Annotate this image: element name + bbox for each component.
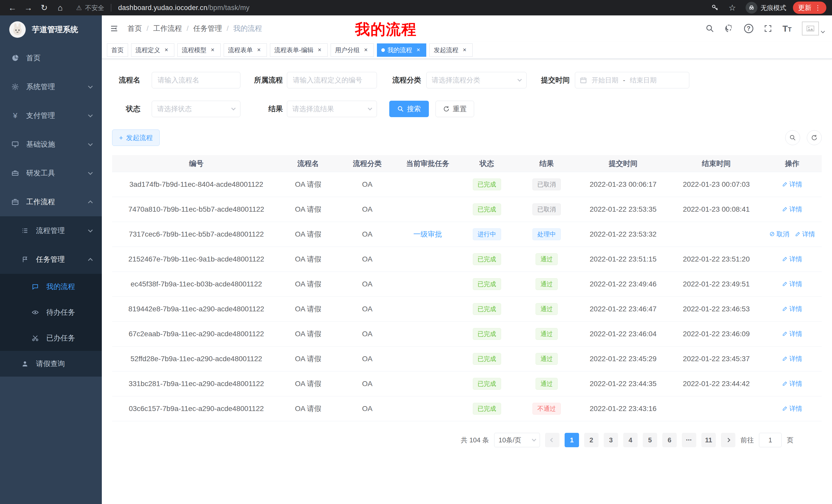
page-size-select[interactable]: 10条/页 [494, 433, 540, 447]
page-button[interactable]: 2 [584, 433, 599, 447]
reset-button[interactable]: 重置 [436, 101, 474, 117]
search-icon[interactable] [705, 24, 714, 33]
scissors-icon [30, 334, 40, 342]
sidebar-item-leave-query[interactable]: 请假查询 [0, 351, 102, 376]
sidebar-item-process-management[interactable]: 流程管理 [0, 216, 102, 245]
reload-icon[interactable]: ↻ [37, 2, 51, 13]
forward-icon[interactable]: → [22, 2, 35, 13]
avatar[interactable] [802, 22, 824, 35]
back-icon[interactable]: ← [6, 2, 19, 13]
key-icon[interactable] [711, 4, 719, 11]
breadcrumb-item[interactable]: 任务管理 [193, 24, 222, 33]
cancel-link[interactable]: 取消 [769, 230, 789, 239]
more-pages-button[interactable]: ••• [682, 433, 696, 447]
process-def-input[interactable] [287, 72, 377, 88]
page-button[interactable]: 5 [643, 433, 657, 447]
incognito-badge: 无痕模式 [746, 2, 786, 13]
tag-process-model[interactable]: 流程模型× [177, 44, 220, 57]
tag-user-group[interactable]: 用户分组× [331, 44, 374, 57]
sidebar-item-label: 请假查询 [36, 359, 65, 369]
sidebar-item-done-tasks[interactable]: 已办任务 [0, 325, 102, 351]
status-select[interactable]: 请选择状态 [152, 101, 240, 117]
detail-link[interactable]: 详情 [782, 380, 802, 388]
close-icon[interactable]: × [316, 47, 323, 54]
app-logo[interactable]: 芋道管理系统 [0, 16, 102, 44]
process-name-input[interactable] [152, 72, 240, 88]
page-button[interactable]: 4 [623, 433, 638, 447]
app-title: 芋道管理系统 [32, 24, 78, 35]
sidebar-item-devtools[interactable]: 研发工具 [0, 159, 102, 188]
result-label: 结果 [253, 104, 283, 114]
process-def-label: 所属流程 [253, 75, 283, 85]
sidebar-item-todo-tasks[interactable]: 待办任务 [0, 300, 102, 325]
address-bar[interactable]: dashboard.yudao.iocoder.cn/bpm/task/my [118, 4, 250, 12]
detail-link[interactable]: 详情 [782, 255, 802, 263]
search-button[interactable]: 搜索 [389, 101, 429, 117]
prev-page-button[interactable] [545, 433, 560, 447]
page-title-annotation: 我的流程 [355, 20, 417, 39]
result-select[interactable]: 请选择流结果 [287, 101, 377, 117]
github-icon[interactable] [725, 24, 734, 33]
tag-my-process[interactable]: 我的流程× [377, 44, 426, 57]
page-button[interactable]: 1 [565, 433, 579, 447]
detail-link[interactable]: 详情 [782, 180, 802, 189]
close-icon[interactable]: × [209, 47, 216, 54]
tag-process-form[interactable]: 流程表单× [224, 44, 267, 57]
breadcrumb-separator: / [147, 24, 149, 33]
sidebar-item-payment[interactable]: ¥ 支付管理 [0, 101, 102, 130]
detail-link[interactable]: 详情 [795, 230, 815, 239]
detail-link[interactable]: 详情 [782, 205, 802, 214]
detail-link[interactable]: 详情 [782, 280, 802, 288]
close-icon[interactable]: × [461, 47, 468, 54]
home-button-icon[interactable]: ⌂ [53, 2, 67, 13]
page-button[interactable]: 6 [662, 433, 677, 447]
end-date-placeholder: 结束日期 [630, 76, 657, 85]
result-badge: 已取消 [532, 203, 561, 215]
show-search-button[interactable] [785, 130, 800, 145]
breadcrumb-item[interactable]: 首页 [128, 24, 142, 33]
refresh-button[interactable] [807, 130, 822, 145]
col-result: 结果 [517, 159, 576, 169]
update-button[interactable]: 更新 ⋮ [793, 2, 826, 14]
table-header: 编号 流程名 流程分类 当前审批任务 状态 结果 提交时间 结束时间 操作 [112, 155, 822, 172]
table-row: 819442e8-7b9a-11ec-a290-acde48001122 OA … [112, 297, 822, 321]
tag-process-definition[interactable]: 流程定义× [131, 44, 174, 57]
jump-suffix: 页 [787, 436, 794, 445]
submit-time-range-picker[interactable]: 开始日期 - 结束日期 [575, 72, 689, 88]
page-button[interactable]: 11 [701, 433, 716, 447]
sidebar-item-workflow[interactable]: 工作流程 [0, 188, 102, 216]
close-icon[interactable]: × [255, 47, 262, 54]
font-size-icon[interactable]: TT [783, 24, 791, 34]
sidebar-item-home[interactable]: 首页 [0, 44, 102, 73]
sidebar-item-system[interactable]: 系统管理 [0, 73, 102, 101]
detail-link[interactable]: 详情 [782, 355, 802, 363]
close-icon[interactable]: × [415, 47, 422, 54]
tag-start-process[interactable]: 发起流程× [430, 44, 473, 57]
start-process-button[interactable]: + 发起流程 [112, 130, 160, 146]
detail-link[interactable]: 详情 [782, 404, 802, 413]
flag-icon [20, 256, 30, 263]
detail-link[interactable]: 详情 [782, 330, 802, 338]
detail-link[interactable]: 详情 [782, 305, 802, 313]
sidebar-item-my-process[interactable]: 我的流程 [0, 274, 102, 300]
bookmark-star-icon[interactable]: ☆ [726, 2, 739, 13]
current-task-link[interactable]: 一级审批 [413, 230, 442, 238]
sidebar-item-infrastructure[interactable]: 基础设施 [0, 130, 102, 159]
fullscreen-icon[interactable] [763, 24, 772, 33]
hamburger-icon[interactable] [109, 24, 119, 33]
next-page-button[interactable] [721, 433, 735, 447]
page-button[interactable]: 3 [604, 433, 618, 447]
tag-home[interactable]: 首页 [107, 44, 128, 57]
page-jump-input[interactable] [759, 433, 782, 447]
category-select[interactable]: 请选择流程分类 [426, 72, 526, 88]
col-status: 状态 [457, 159, 517, 169]
close-icon[interactable]: × [163, 47, 170, 54]
browser-menu-icon[interactable]: ⋮ [814, 4, 821, 12]
close-icon[interactable]: × [362, 47, 369, 54]
sidebar-item-task-management[interactable]: 任务管理 [0, 245, 102, 274]
help-icon[interactable]: ? [744, 24, 753, 33]
security-label[interactable]: 不安全 [85, 4, 104, 12]
tag-process-form-edit[interactable]: 流程表单-编辑× [270, 44, 328, 57]
sidebar-item-label: 已办任务 [46, 333, 75, 343]
breadcrumb-item[interactable]: 工作流程 [153, 24, 182, 33]
